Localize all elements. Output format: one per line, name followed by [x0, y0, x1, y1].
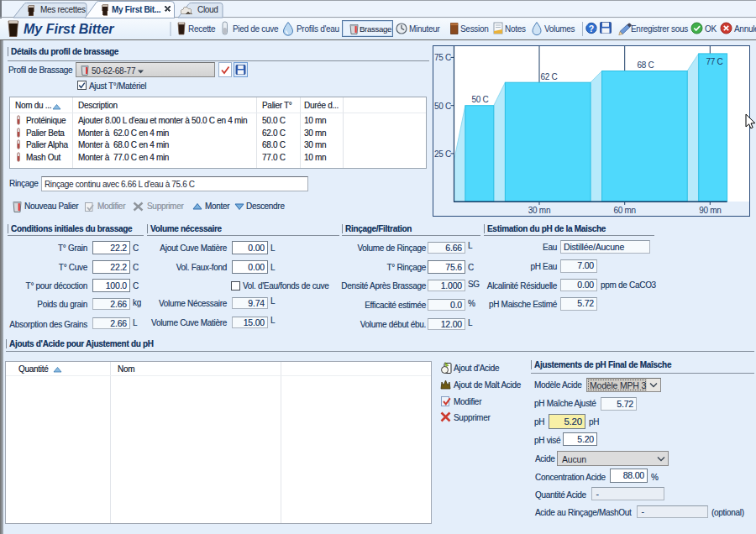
- svg-text:Volumes: Volumes: [544, 24, 575, 34]
- svg-text:90 mn: 90 mn: [699, 206, 721, 215]
- svg-text:?: ?: [589, 24, 594, 34]
- svg-text:My First Bit...: My First Bit...: [112, 5, 161, 14]
- svg-text:Profils d'eau: Profils d'eau: [297, 24, 339, 34]
- svg-text:77 C: 77 C: [706, 57, 723, 66]
- svg-text:Pied de cuve: Pied de cuve: [233, 24, 279, 34]
- svg-text:30 mn: 30 mn: [528, 206, 550, 215]
- svg-text:62 C: 62 C: [541, 72, 558, 81]
- svg-text:50 C: 50 C: [434, 102, 451, 111]
- svg-text:60 mn: 60 mn: [614, 206, 636, 215]
- svg-text:Session: Session: [460, 24, 488, 34]
- svg-text:Annuler: Annuler: [734, 24, 756, 34]
- svg-text:My First Bitter: My First Bitter: [24, 22, 114, 36]
- svg-text:Cloud: Cloud: [197, 5, 218, 14]
- svg-text:75 C: 75 C: [434, 53, 451, 62]
- svg-text:OK: OK: [705, 24, 717, 34]
- svg-text:25 C: 25 C: [434, 149, 451, 159]
- svg-text:Minuteur: Minuteur: [409, 24, 440, 34]
- svg-text:Brassage: Brassage: [360, 24, 391, 34]
- svg-text:68 C: 68 C: [638, 60, 654, 70]
- svg-text:Notes: Notes: [505, 24, 526, 34]
- svg-text:Mes recettes: Mes recettes: [40, 5, 86, 14]
- svg-text:Recette: Recette: [188, 24, 216, 34]
- svg-text:Enregistrer sous: Enregistrer sous: [631, 24, 688, 34]
- svg-text:50 C: 50 C: [472, 95, 489, 104]
